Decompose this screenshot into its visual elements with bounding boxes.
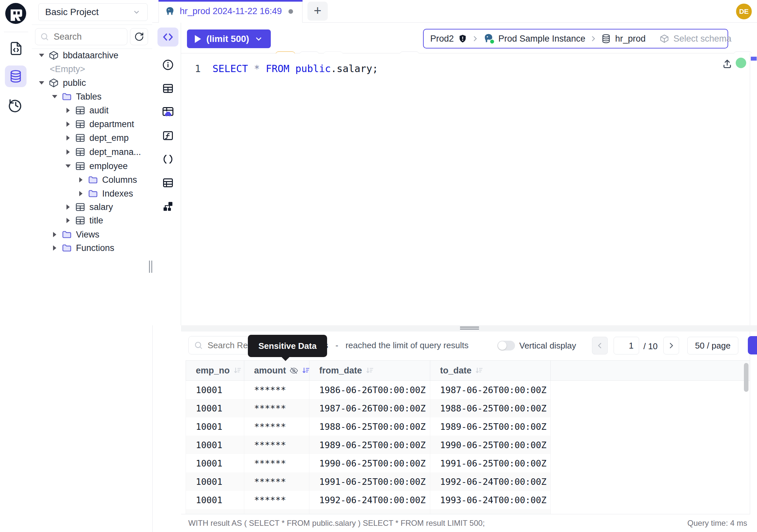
new-tab-button[interactable]: + [308, 2, 328, 21]
table-body: 10001 ****** 1986-06-26T00:00:00Z 1987-0… [186, 381, 750, 514]
postgres-icon [165, 6, 175, 17]
worksheet-icon[interactable] [8, 40, 24, 57]
caret-right-icon[interactable] [65, 204, 71, 210]
caret-down-icon[interactable] [65, 165, 71, 168]
sort-icon[interactable] [365, 366, 374, 375]
diagram-icon [162, 201, 174, 212]
column-header-emp-no[interactable]: emp_no [186, 361, 244, 380]
drag-handle-icon [460, 327, 479, 328]
parens-icon [162, 153, 174, 165]
caret-down-icon[interactable] [52, 95, 58, 98]
caret-right-icon[interactable] [65, 149, 71, 155]
database-icon [9, 70, 23, 83]
tree-item-folder-views[interactable]: Views [32, 228, 169, 241]
tree-item-schema-bbdataarchive[interactable]: bbdataarchive [32, 48, 157, 62]
table-icon [75, 105, 85, 116]
masked-tables-pane-button[interactable] [154, 102, 182, 122]
table-row[interactable]: 10001 ****** 1990-06-25T00:00:00Z 1991-0… [186, 454, 750, 472]
caret-down-icon[interactable] [39, 81, 45, 84]
caret-right-icon[interactable] [52, 245, 58, 251]
tooltip-text: Sensitive Data [258, 341, 317, 351]
info-pane-button[interactable] [154, 54, 182, 75]
table-row[interactable]: 10001 ****** 1986-06-26T00:00:00Z 1987-0… [186, 381, 750, 399]
page-number-input[interactable] [614, 337, 639, 355]
tree-item-folder-functions[interactable]: Functions [32, 241, 169, 255]
functions-pane-button[interactable] [154, 125, 182, 146]
table-row[interactable]: 10001 ****** 1988-06-25T00:00:00Z 1989-0… [186, 417, 750, 436]
chevron-down-icon[interactable] [255, 35, 263, 43]
query-time: Query time: 4 ms [687, 518, 747, 528]
rail-divider [4, 32, 28, 32]
database-nav-button[interactable] [5, 66, 26, 87]
sql-editor-area[interactable]: 1 SELECT * FROM public .salary; [181, 53, 750, 325]
avatar[interactable]: DE [736, 4, 752, 19]
search-icon [194, 341, 203, 350]
column-header-to-date[interactable]: to_date [430, 361, 551, 380]
caret-right-icon[interactable] [78, 191, 84, 196]
table-search-icon [162, 106, 174, 118]
sidebar-divider [32, 24, 152, 25]
editor-scrollbar[interactable] [750, 53, 757, 325]
search-icon [40, 32, 49, 41]
table-row[interactable]: 10001 ****** 1989-06-25T00:00:00Z 1990-0… [186, 436, 750, 454]
project-selector[interactable]: Basic Project [38, 3, 148, 21]
sql-keyword: FROM [266, 63, 289, 74]
diagram-pane-button[interactable] [154, 196, 182, 217]
table-row[interactable]: 10001 ****** 1993-06-24T00:00:00Z 1994-0… [186, 509, 750, 514]
run-button[interactable]: (limit 500) [187, 29, 271, 48]
refresh-button[interactable] [130, 28, 148, 45]
schema-icon [659, 34, 669, 44]
results-table: emp_no amount from_date to_date 10001 [181, 360, 750, 514]
table-row[interactable]: 10001 ****** 1991-06-25T00:00:00Z 1992-0… [186, 472, 750, 491]
caret-down-icon[interactable] [39, 54, 45, 57]
procedures-pane-button[interactable] [154, 149, 182, 170]
page-size-select[interactable]: 50 / page [687, 337, 738, 355]
column-header-amount[interactable]: amount [244, 361, 309, 380]
tab-active[interactable]: hr_prod 2024-11-22 16:49 [159, 0, 303, 23]
sort-icon[interactable] [475, 366, 483, 375]
tab-active-indicator [159, 0, 303, 2]
caret-right-icon[interactable] [65, 218, 71, 223]
tree-item-folder-tables[interactable]: Tables [32, 90, 169, 104]
caret-right-icon[interactable] [65, 121, 71, 127]
tree-item-empty: <Empty> [32, 62, 167, 76]
table-row[interactable]: 10001 ****** 1987-06-26T00:00:00Z 1988-0… [186, 399, 750, 417]
select-schema[interactable]: Select schema [652, 29, 739, 48]
tab-bar: hr_prod 2024-11-22 16:49 + DE [152, 0, 757, 23]
column-header-from-date[interactable]: from_date [309, 361, 430, 380]
tree-search-input[interactable] [53, 31, 120, 42]
code-pane-button[interactable] [158, 27, 178, 47]
connection-breadcrumb[interactable]: Prod2 Prod Sample Instance hr_prod Selec… [423, 29, 728, 48]
export-button-cutoff[interactable] [748, 336, 757, 355]
column-header-empty [551, 361, 750, 380]
external-tables-pane-button[interactable] [154, 172, 182, 193]
unsaved-dot [288, 9, 293, 14]
results-scrollbar[interactable] [744, 363, 748, 392]
chevron-right-icon [590, 35, 597, 42]
sort-icon[interactable] [233, 366, 242, 375]
sql-operator: * [254, 63, 260, 74]
tree-search [35, 28, 127, 45]
table-icon [75, 119, 85, 129]
schema-icon [48, 78, 59, 88]
sort-icon-active[interactable] [302, 366, 310, 375]
caret-right-icon[interactable] [65, 135, 71, 141]
vertical-display-toggle[interactable] [497, 341, 515, 351]
next-page-button[interactable] [663, 337, 679, 355]
table-row[interactable]: 10001 ****** 1992-06-24T00:00:00Z 1993-0… [186, 491, 750, 509]
folder-icon [62, 243, 72, 253]
caret-right-icon[interactable] [78, 177, 84, 182]
eye-off-icon[interactable] [289, 366, 298, 375]
table-icon [75, 215, 85, 226]
caret-right-icon[interactable] [65, 108, 71, 113]
upload-sheet-icon[interactable] [721, 57, 734, 71]
table-icon [162, 82, 174, 94]
caret-right-icon[interactable] [52, 232, 58, 237]
panel-resize-divider[interactable] [181, 325, 757, 331]
tables-pane-button[interactable] [154, 78, 182, 99]
prev-page-button[interactable] [592, 337, 608, 355]
tree-item-schema-public[interactable]: public [32, 76, 157, 90]
folder-icon [88, 188, 98, 199]
bytebase-logo-icon[interactable] [5, 3, 26, 24]
history-icon[interactable] [8, 98, 24, 113]
